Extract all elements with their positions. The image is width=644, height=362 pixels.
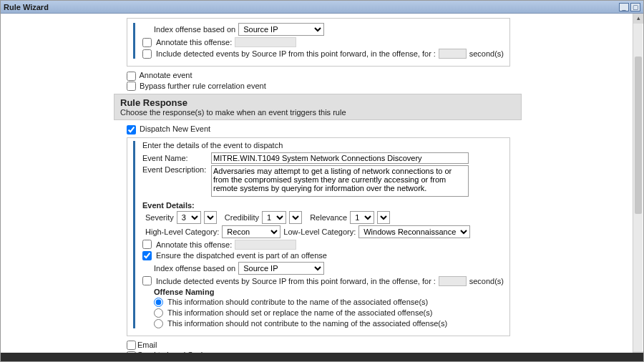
- event-desc-label: Event Description:: [142, 165, 208, 174]
- index-offense-select[interactable]: Source IP: [238, 23, 324, 36]
- email-label: Email: [137, 341, 157, 349]
- high-level-cat-label: High-Level Category:: [145, 228, 219, 236]
- event-details-label: Event Details:: [142, 201, 504, 210]
- event-name-label: Event Name:: [142, 154, 208, 162]
- annotate-event-checkbox[interactable]: [127, 72, 136, 81]
- severity-stepper[interactable]: [204, 211, 217, 224]
- include-events-checkbox[interactable]: [142, 49, 152, 59]
- ensure-offense-label: Ensure the dispatched event is part of a…: [156, 251, 327, 260]
- annotate-offense-field[interactable]: [235, 37, 296, 47]
- relevance-select[interactable]: 1: [350, 211, 374, 224]
- window-title: Rule Wizard: [4, 3, 49, 11]
- dispatch-include-pre: Include detected events by Source IP fro…: [156, 277, 436, 285]
- credibility-stepper[interactable]: [289, 211, 302, 224]
- title-bar: Rule Wizard _ ▢: [1, 1, 643, 14]
- severity-label: Severity: [145, 213, 174, 222]
- offense-naming-label: Offense Naming: [154, 288, 504, 296]
- low-level-cat-label: Low-Level Category:: [283, 228, 356, 236]
- annotate-offense-checkbox[interactable]: [142, 38, 152, 47]
- credibility-select[interactable]: 1: [262, 211, 286, 224]
- annotate-offense-label: Annotate this offense:: [156, 38, 232, 47]
- rule-response-sub: Choose the response(s) to make when an e…: [120, 108, 515, 117]
- credibility-label: Credibility: [225, 213, 259, 222]
- dispatch-new-event-label: Dispatch New Event: [140, 124, 210, 133]
- dispatch-annotate-checkbox[interactable]: [142, 240, 152, 249]
- offense-naming-opt-2: This information should set or replace t…: [167, 308, 432, 317]
- dispatch-annotate-field[interactable]: [235, 240, 296, 250]
- dispatch-index-label: Index offense based on: [154, 264, 235, 273]
- relevance-label: Relevance: [310, 213, 347, 222]
- ensure-offense-checkbox[interactable]: [142, 251, 152, 260]
- email-checkbox[interactable]: [127, 341, 136, 350]
- dispatch-include-checkbox[interactable]: [142, 276, 152, 285]
- dispatch-annotate-label: Annotate this offense:: [156, 240, 232, 249]
- include-events-seconds[interactable]: [439, 49, 467, 59]
- annotate-event-label: Annotate event: [139, 71, 192, 79]
- include-events-post: second(s): [469, 49, 504, 58]
- low-level-cat-select[interactable]: Windows Reconnaissance: [358, 225, 470, 238]
- severity-select[interactable]: 3: [177, 211, 201, 224]
- dispatch-new-event-checkbox[interactable]: [127, 125, 136, 134]
- include-events-pre: Include detected events by Source IP fro…: [156, 49, 436, 58]
- enter-details-label: Enter the details of the event to dispat…: [142, 141, 504, 150]
- minimize-button[interactable]: _: [619, 3, 629, 11]
- event-desc-textarea[interactable]: Adversaries may attempt to get a listing…: [211, 165, 469, 197]
- offense-naming-radio-1[interactable]: [154, 298, 163, 307]
- rule-response-header: Rule Response Choose the response(s) to …: [114, 94, 522, 120]
- dispatch-index-select[interactable]: Source IP: [238, 262, 324, 275]
- event-name-input[interactable]: [211, 152, 469, 164]
- dispatch-include-seconds[interactable]: [439, 276, 467, 286]
- footer-bar: [1, 353, 643, 361]
- offense-naming-opt-3: This information should not contribute t…: [167, 319, 447, 328]
- offense-naming-radio-3[interactable]: [154, 319, 163, 328]
- rule-response-title: Rule Response: [120, 97, 515, 108]
- dispatch-include-post: second(s): [469, 277, 504, 285]
- high-level-cat-select[interactable]: Recon: [222, 225, 280, 238]
- bypass-checkbox[interactable]: [127, 82, 136, 91]
- bypass-label: Bypass further rule correlation event: [140, 82, 266, 90]
- offense-naming-opt-1: This information should contribute to th…: [167, 298, 428, 306]
- relevance-stepper[interactable]: [377, 211, 390, 224]
- index-offense-label: Index offense based on: [154, 25, 235, 34]
- maximize-button[interactable]: ▢: [630, 3, 640, 11]
- offense-naming-radio-2[interactable]: [154, 308, 163, 318]
